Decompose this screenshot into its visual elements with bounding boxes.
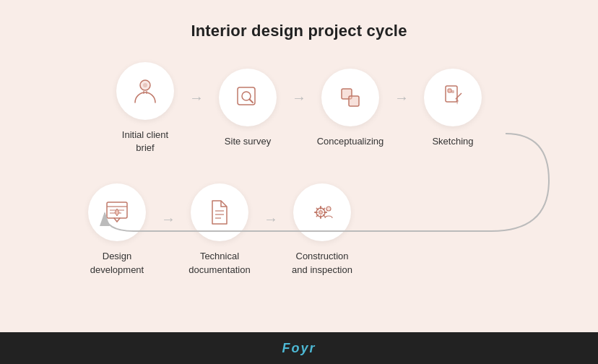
step-label-sketching: Sketching	[432, 135, 473, 148]
svg-point-32	[326, 207, 331, 211]
row2: Designdevelopment → Technicaldocumentati…	[77, 183, 362, 276]
arrow-6-7: →	[264, 211, 278, 228]
svg-point-1	[143, 83, 147, 87]
foyr-logo: Foyr	[282, 341, 316, 356]
step-site-survey: Site survey	[208, 69, 287, 148]
step-label-design-development: Designdevelopment	[90, 250, 144, 276]
step-icon-circle-conceptualizing	[321, 69, 379, 126]
arrow-1-2: →	[189, 90, 204, 106]
person-icon	[129, 75, 161, 107]
svg-line-12	[456, 93, 462, 99]
main-area: Interior design project cycle Initial cl…	[0, 0, 598, 332]
svg-rect-8	[349, 96, 359, 106]
svg-rect-9	[446, 86, 457, 102]
layers-icon	[101, 196, 133, 228]
step-icon-circle-technical-documentation	[191, 183, 248, 241]
step-icon-circle-site-survey	[219, 69, 277, 126]
step-label-site-survey: Site survey	[225, 135, 271, 148]
page-title: Interior design project cycle	[191, 22, 407, 40]
arrow-3-4: →	[394, 90, 409, 106]
svg-line-6	[250, 100, 254, 103]
arrow-5-6: →	[161, 211, 176, 228]
step-icon-circle-initial-client-brief	[116, 62, 174, 120]
step-icon-circle-construction-and-inspection	[293, 183, 351, 241]
document-icon	[204, 196, 235, 228]
blocks-icon	[334, 82, 366, 113]
step-label-technical-documentation: Technicaldocumentation	[188, 250, 250, 276]
step-conceptualizing: Conceptualizing	[311, 69, 390, 148]
step-design-development: Designdevelopment	[77, 183, 157, 276]
step-technical-documentation: Technicaldocumentation	[180, 183, 259, 276]
magnifier-icon	[232, 82, 264, 113]
step-label-construction-and-inspection: Constructionand inspection	[292, 250, 352, 276]
step-sketching: Sketching	[413, 69, 493, 148]
step-construction-and-inspection: Constructionand inspection	[282, 183, 362, 276]
svg-rect-11	[451, 90, 454, 93]
sketch-icon	[437, 82, 469, 113]
step-icon-circle-sketching	[424, 69, 482, 126]
svg-point-23	[319, 211, 323, 214]
arrow-2-3: →	[292, 90, 306, 106]
step-label-initial-client-brief: Initial clientbrief	[122, 129, 168, 155]
row1: Initial clientbrief → Site survey →	[105, 62, 493, 155]
svg-rect-10	[448, 89, 451, 92]
step-initial-client-brief: Initial clientbrief	[105, 62, 185, 155]
step-label-conceptualizing: Conceptualizing	[317, 135, 384, 148]
construction-icon	[306, 196, 338, 228]
diagram-container: Initial clientbrief → Site survey →	[0, 62, 598, 277]
footer: Foyr	[0, 332, 598, 364]
step-icon-circle-design-development	[88, 183, 146, 241]
